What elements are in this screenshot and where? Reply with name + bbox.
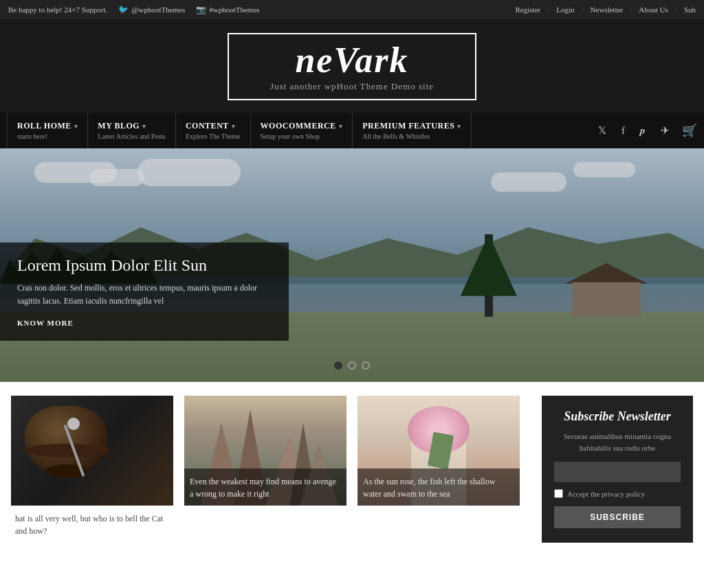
nav-item-my-blog[interactable]: MY BLOG ▾ Latest Articles and Posts	[88, 113, 176, 148]
nav-right: 𝕏 f 𝒑 ✈ 🛒	[595, 113, 697, 148]
roll-home-arrow: ▾	[74, 123, 78, 130]
instagram-icon: 📷	[196, 5, 206, 15]
support-text: Be happy to help! 24×7 Support.	[8, 5, 107, 14]
hero-know-more-link[interactable]: KNOW MORE	[17, 319, 74, 327]
main-nav: ROLL HOME ▾ starts here! MY BLOG ▾ Lates…	[0, 113, 704, 148]
top-bar: Be happy to help! 24×7 Support. 🐦 @wphoo…	[0, 0, 704, 19]
twitter-icon: 🐦	[118, 5, 129, 15]
slider-dot-2[interactable]	[348, 361, 356, 370]
pinterest-nav-icon[interactable]: 𝒑	[637, 122, 648, 139]
site-title: neVark	[270, 43, 434, 78]
premium-features-arrow: ▾	[457, 123, 461, 130]
card-food[interactable]: hat is all very well, but who is to bell…	[11, 396, 173, 543]
card-rock[interactable]: Even the weakest may find means to aveng…	[184, 396, 346, 543]
newsletter-title: Subscribe Newsletter	[554, 409, 681, 424]
nav-item-roll-home[interactable]: ROLL HOME ▾ starts here!	[7, 113, 88, 148]
card-flower-image: As the sun rose, the fish left the shall…	[358, 396, 520, 506]
content-arrow: ▾	[232, 123, 236, 130]
woocommerce-arrow: ▾	[339, 123, 343, 130]
site-header: neVark Just another wpHoot Theme Demo si…	[0, 19, 704, 113]
newsletter-email-input[interactable]	[554, 462, 681, 482]
card-rock-image: Even the weakest may find means to aveng…	[184, 396, 346, 506]
twitter-link[interactable]: 🐦 @wphootThemes	[118, 5, 185, 15]
twitter-nav-icon[interactable]: 𝕏	[595, 122, 609, 139]
about-us-link[interactable]: About Us	[639, 5, 668, 14]
card-food-caption: hat is all very well, but who is to bell…	[11, 506, 173, 543]
slider-dot-1[interactable]	[334, 361, 342, 370]
nav-item-content[interactable]: CONTENT ▾ Explore The Theme	[176, 113, 251, 148]
newsletter-text: Securae animalibus minantia cogna habita…	[554, 431, 681, 453]
hero-caption-title: Lorem Ipsum Dolor Elit Sun	[17, 256, 272, 275]
cards-left: hat is all very well, but who is to bell…	[0, 396, 531, 543]
newsletter-link[interactable]: Newsletter	[591, 5, 624, 14]
cart-nav-icon[interactable]: 🛒	[682, 123, 697, 138]
register-link[interactable]: Register	[516, 5, 541, 14]
hero-caption: Lorem Ipsum Dolor Elit Sun Cras non dolo…	[0, 242, 289, 341]
newsletter-privacy-checkbox[interactable]	[554, 489, 563, 498]
card-rock-caption: Even the weakest may find means to aveng…	[184, 468, 346, 506]
site-title-vark: Vark	[333, 41, 408, 80]
site-title-ne: ne	[295, 41, 333, 80]
card-food-image	[11, 396, 173, 506]
login-link[interactable]: Login	[556, 5, 574, 14]
cards-section: hat is all very well, but who is to bell…	[0, 382, 704, 543]
card-flower[interactable]: As the sun rose, the fish left the shall…	[358, 396, 520, 543]
top-bar-left: Be happy to help! 24×7 Support. 🐦 @wphoo…	[8, 5, 260, 15]
site-header-inner: neVark Just another wpHoot Theme Demo si…	[228, 33, 476, 100]
subscribe-link[interactable]: Sub	[684, 5, 696, 14]
newsletter-box: Subscribe Newsletter Securae animalibus …	[542, 396, 693, 543]
hero-caption-text: Cras non dolor. Sed mollis, eros et ultr…	[17, 282, 272, 308]
newsletter-subscribe-button[interactable]: SUBSCRIBE	[554, 506, 681, 528]
hero-slider: Lorem Ipsum Dolor Elit Sun Cras non dolo…	[0, 148, 704, 382]
slider-dots	[334, 361, 370, 370]
nav-item-woocommerce[interactable]: WOOCOMMERCE ▾ Setup your own Shop	[251, 113, 353, 148]
facebook-nav-icon[interactable]: f	[619, 122, 628, 139]
newsletter-privacy-label: Accept the privacy policy	[567, 490, 645, 498]
card-flower-caption: As the sun rose, the fish left the shall…	[358, 468, 520, 506]
newsletter-checkbox-row: Accept the privacy policy	[554, 489, 681, 498]
slider-dot-3[interactable]	[362, 361, 370, 370]
tripadvisor-nav-icon[interactable]: ✈	[658, 122, 672, 139]
my-blog-arrow: ▾	[142, 123, 146, 130]
nav-left: ROLL HOME ▾ starts here! MY BLOG ▾ Lates…	[7, 113, 472, 148]
instagram-link[interactable]: 📷 #wphootThemes	[196, 5, 259, 15]
top-bar-right: Register / Login / Newsletter / About Us…	[516, 5, 696, 14]
nav-item-premium-features[interactable]: PREMIUM FEATURES ▾ All the Bells & Whist…	[353, 113, 472, 148]
site-tagline: Just another wpHoot Theme Demo site	[270, 81, 434, 92]
